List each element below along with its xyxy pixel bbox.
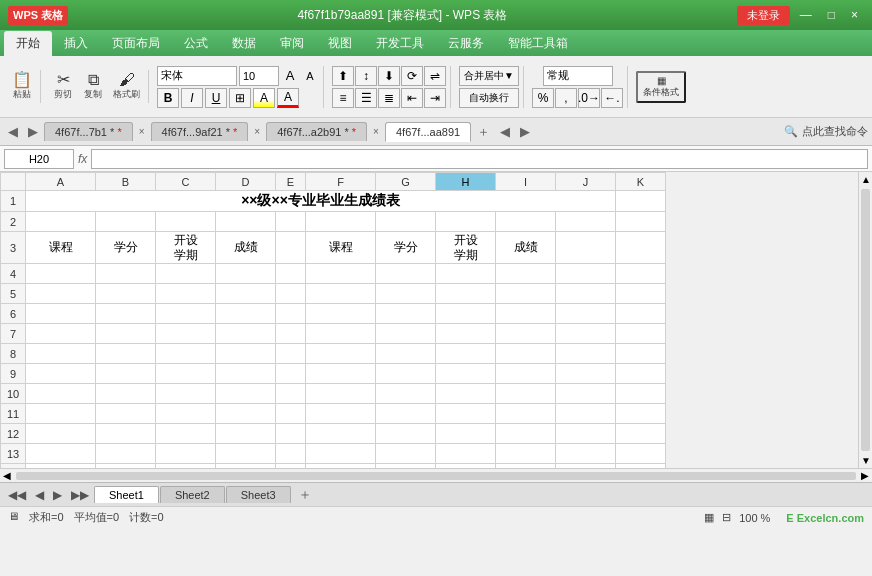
col-header-A[interactable]: A [26,173,96,191]
italic-button[interactable]: I [181,88,203,108]
formula-input[interactable] [91,149,868,169]
percent-button[interactable]: % [532,88,554,108]
sheet-nav-next[interactable]: ▶ [49,488,66,502]
align-orient-button[interactable]: ⟳ [401,66,423,86]
auto-wrap-button[interactable]: 自动换行 [459,88,519,108]
cell-C2[interactable] [156,212,216,232]
cell-J3[interactable] [556,232,616,264]
increase-indent-button[interactable]: ⇥ [424,88,446,108]
scroll-thumb[interactable] [861,189,870,451]
align-center-button[interactable]: ☰ [355,88,377,108]
font-increase-button[interactable]: A [281,67,299,85]
nav-tab-1[interactable]: 4f67f...7b1 * [44,122,133,141]
nav-tab-close-3[interactable]: × [369,124,383,139]
cell-K3[interactable] [616,232,666,264]
tab-start[interactable]: 开始 [4,31,52,56]
cell-K1[interactable] [616,191,666,212]
col-header-H[interactable]: H [436,173,496,191]
cell-J2[interactable] [556,212,616,232]
nav-add-tab-icon[interactable]: ＋ [473,121,494,143]
nav-scroll-right[interactable]: ▶ [516,122,534,141]
border-button[interactable]: ⊞ [229,88,251,108]
font-decrease-button[interactable]: A [301,67,319,85]
cell-D2[interactable] [216,212,276,232]
cut-button[interactable]: ✂ 剪切 [49,70,77,103]
row-header-2[interactable]: 2 [1,212,26,232]
col-header-K[interactable]: K [616,173,666,191]
cell-D3[interactable]: 成绩 [216,232,276,264]
bold-button[interactable]: B [157,88,179,108]
cell-E3[interactable] [276,232,306,264]
nav-left-icon[interactable]: ◀ [4,122,22,141]
merge-center-button[interactable]: 合并居中▼ [459,66,519,86]
col-header-J[interactable]: J [556,173,616,191]
col-header-G[interactable]: G [376,173,436,191]
nav-tab-4[interactable]: 4f67f...aa891 [385,122,471,142]
nav-scroll-left[interactable]: ◀ [496,122,514,141]
paste-button[interactable]: 📋 粘贴 [8,70,36,103]
scroll-right-button[interactable]: ▶ [858,470,872,481]
cell-E2[interactable] [276,212,306,232]
close-button[interactable]: × [845,8,864,22]
tab-view[interactable]: 视图 [316,31,364,56]
horizontal-scrollbar[interactable]: ◀ ▶ [0,468,872,482]
cell-reference-input[interactable] [4,149,74,169]
sheet-nav-first[interactable]: ◀◀ [4,488,30,502]
cell-C3[interactable]: 开设学期 [156,232,216,264]
conditional-format-button[interactable]: ▦ 条件格式 [636,71,686,103]
col-header-C[interactable]: C [156,173,216,191]
tab-insert[interactable]: 插入 [52,31,100,56]
col-header-E[interactable]: E [276,173,306,191]
copy-button[interactable]: ⧉ 复制 [79,70,107,103]
cell-H3[interactable]: 开设学期 [436,232,496,264]
underline-button[interactable]: U [205,88,227,108]
col-header-F[interactable]: F [306,173,376,191]
cell-K2[interactable] [616,212,666,232]
cell-H2[interactable] [436,212,496,232]
sheet-tab-2[interactable]: Sheet2 [160,486,225,503]
sheet-tab-1[interactable]: Sheet1 [94,486,159,503]
row-header-1[interactable]: 1 [1,191,26,212]
view-normal-icon[interactable]: ▦ [704,511,714,524]
align-middle-button[interactable]: ↕ [355,66,377,86]
cell-B3[interactable]: 学分 [96,232,156,264]
tab-cloud[interactable]: 云服务 [436,31,496,56]
nav-tab-2[interactable]: 4f67f...9af21 * [151,122,249,141]
cell-I2[interactable] [496,212,556,232]
decrease-indent-button[interactable]: ⇤ [401,88,423,108]
sheet-nav-prev[interactable]: ◀ [31,488,48,502]
cell-G3[interactable]: 学分 [376,232,436,264]
col-header-I[interactable]: I [496,173,556,191]
cell-A3[interactable]: 课程 [26,232,96,264]
scroll-down-button[interactable]: ▼ [859,453,872,468]
align-top-button[interactable]: ⬆ [332,66,354,86]
cell-G2[interactable] [376,212,436,232]
fill-color-button[interactable]: A [253,88,275,108]
cell-A2[interactable] [26,212,96,232]
col-header-D[interactable]: D [216,173,276,191]
tab-data[interactable]: 数据 [220,31,268,56]
title-cell[interactable]: ××级××专业毕业生成绩表 [26,191,616,212]
nav-tab-3[interactable]: 4f67f...a2b91 * [266,122,367,141]
scroll-left-button[interactable]: ◀ [0,470,14,481]
thousands-button[interactable]: , [555,88,577,108]
nav-tab-close-1[interactable]: × [135,124,149,139]
tab-formula[interactable]: 公式 [172,31,220,56]
align-right-button[interactable]: ≣ [378,88,400,108]
tab-smart[interactable]: 智能工具箱 [496,31,580,56]
minimize-button[interactable]: — [794,8,818,22]
search-label[interactable]: 点此查找命令 [802,124,868,139]
align-left-button[interactable]: ≡ [332,88,354,108]
align-bottom-button[interactable]: ⬇ [378,66,400,86]
nav-right-icon[interactable]: ▶ [24,122,42,141]
login-button[interactable]: 未登录 [737,6,790,25]
horizontal-scroll-thumb[interactable] [16,472,856,480]
vertical-scrollbar[interactable]: ▲ ▼ [858,172,872,468]
wrap-text-button[interactable]: ⇌ [424,66,446,86]
font-color-button[interactable]: A [277,88,299,108]
sheet-tab-3[interactable]: Sheet3 [226,486,291,503]
row-header-3[interactable]: 3 [1,232,26,264]
sheet-nav-last[interactable]: ▶▶ [67,488,93,502]
nav-tab-close-2[interactable]: × [250,124,264,139]
maximize-button[interactable]: □ [822,8,841,22]
